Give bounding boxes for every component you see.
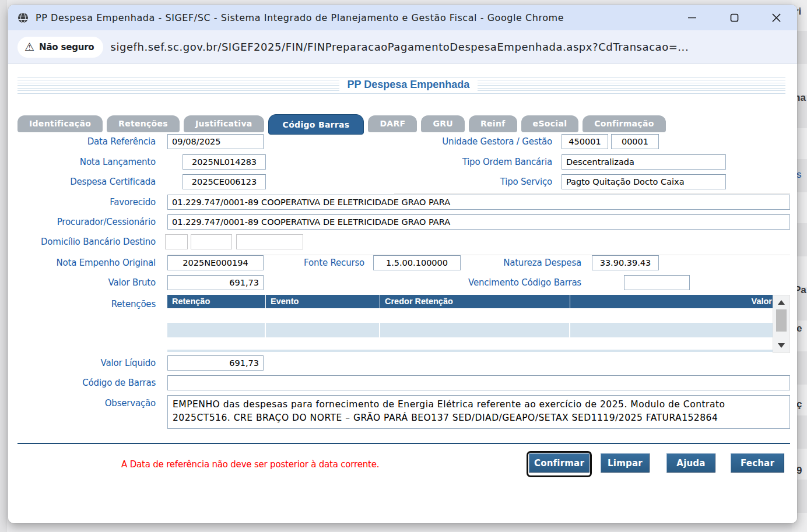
input-valor-bruto[interactable]: 691,73 <box>167 275 264 290</box>
confirmar-button[interactable]: Confirmar <box>529 453 590 473</box>
column-credor-retencao: Credor Retenção <box>380 295 570 308</box>
security-chip-label: Não seguro <box>39 42 94 52</box>
close-button[interactable] <box>755 6 797 29</box>
label-procurador: Procurador/Cessionário <box>8 216 156 228</box>
background-page-left-edge <box>0 0 6 532</box>
label-codigo-de-barras: Código de Barras <box>8 377 156 389</box>
input-nota-lancamento[interactable]: 2025NL014283 <box>183 154 266 170</box>
label-despesa-certificada: Despesa Certificada <box>8 176 156 188</box>
input-vencimento-codigo-barras[interactable] <box>624 275 690 290</box>
scroll-down-arrow[interactable] <box>778 343 785 348</box>
label-observacao: Observação <box>8 397 156 409</box>
tab-gru[interactable]: GRU <box>421 115 465 132</box>
input-tipo-servico[interactable]: Pagto Quitação Docto Caixa <box>562 174 726 189</box>
page-favicon-globe-icon <box>17 12 29 23</box>
column-valor: Valor <box>570 295 773 308</box>
input-gestao[interactable]: 00001 <box>611 134 659 149</box>
section-separator <box>394 193 790 194</box>
limpar-button[interactable]: Limpar <box>601 453 650 473</box>
ajuda-button[interactable]: Ajuda <box>666 453 715 473</box>
background-text-fragment: s <box>797 169 802 181</box>
tab-strip: Identificação Retenções Justificativa Có… <box>17 114 666 132</box>
table-scrollbar[interactable] <box>773 295 790 353</box>
input-despesa-certificada[interactable]: 2025CE006123 <box>183 174 266 189</box>
tab-esocial[interactable]: eSocial <box>521 115 579 132</box>
tab-reinf[interactable]: Reinf <box>469 115 517 132</box>
scroll-up-arrow[interactable] <box>778 300 785 305</box>
window-titlebar[interactable]: PP Despesa Empenhada - SIGEF/SC - Sistem… <box>8 5 797 30</box>
column-retencao: Retenção <box>167 295 266 308</box>
input-domicilio-agencia[interactable] <box>191 234 232 249</box>
label-valor-bruto: Valor Bruto <box>8 277 156 288</box>
label-nota-lancamento: Nota Lançamento <box>8 156 156 168</box>
page-content: PP Despesa Empenhada Identificação Reten… <box>8 64 797 523</box>
table-row <box>167 323 773 337</box>
url-text[interactable]: sigefh.sef.sc.gov.br/SIGEF2025/FIN/FINPr… <box>110 41 689 53</box>
button-row: Confirmar Limpar Ajuda Fechar <box>8 452 791 475</box>
address-bar[interactable]: ⚠ Não seguro sigefh.sef.sc.gov.br/SIGEF2… <box>8 30 797 64</box>
input-tipo-ordem-bancaria[interactable]: Descentralizada <box>562 154 726 170</box>
input-domicilio-banco[interactable] <box>165 234 188 249</box>
background-text-fragment: 9 <box>797 465 802 477</box>
background-text-fragment: ç <box>797 399 802 410</box>
retencoes-table: Retenção Evento Credor Retenção Valor <box>167 295 773 352</box>
tab-retencoes[interactable]: Retenções <box>107 115 180 132</box>
label-vencimento-codigo-barras: Vencimento Código Barras <box>377 277 581 288</box>
label-natureza-despesa: Natureza Despesa <box>445 257 581 269</box>
scrollbar-thumb[interactable] <box>776 309 787 332</box>
input-favorecido[interactable]: 01.229.747/0001-89 COOPERATIVA DE ELETRI… <box>167 195 790 210</box>
background-text-fragment: e <box>797 323 802 334</box>
column-evento: Evento <box>266 295 380 308</box>
retencoes-table-header: Retenção Evento Credor Retenção Valor <box>167 295 773 308</box>
warning-icon: ⚠ <box>24 41 34 52</box>
table-row-partial <box>167 350 773 352</box>
table-row <box>167 308 773 323</box>
minimize-button[interactable] <box>671 6 713 29</box>
label-tipo-ordem-bancaria: Tipo Ordem Bancária <box>377 156 552 168</box>
section-divider <box>17 443 790 444</box>
label-tipo-servico: Tipo Serviço <box>377 176 552 188</box>
popup-window: PP Despesa Empenhada - SIGEF/SC - Sistem… <box>8 5 797 523</box>
input-procurador[interactable]: 01.229.747/0001-89 COOPERATIVA DE ELETRI… <box>167 214 790 230</box>
label-retencoes: Retenções <box>8 298 156 310</box>
input-codigo-de-barras[interactable] <box>167 375 790 390</box>
tab-codigo-barras[interactable]: Código Barras <box>268 114 364 135</box>
fechar-button[interactable]: Fechar <box>731 453 784 473</box>
input-data-referencia[interactable]: 09/08/2025 <box>167 134 264 149</box>
label-data-referencia: Data Referência <box>8 136 156 147</box>
label-valor-liquido: Valor Líquido <box>8 357 156 369</box>
label-fonte-recurso: Fonte Recurso <box>241 257 364 269</box>
input-unidade-gestora[interactable]: 450001 <box>562 134 608 149</box>
label-favorecido: Favorecido <box>8 196 156 208</box>
input-observacao[interactable]: EMPENHO das despesas para fornecimento d… <box>167 395 790 429</box>
page-title: PP Despesa Empenhada <box>339 79 478 91</box>
maximize-button[interactable] <box>713 6 755 29</box>
window-title: PP Despesa Empenhada - SIGEF/SC - Sistem… <box>36 12 564 23</box>
security-chip[interactable]: ⚠ Não seguro <box>17 37 103 58</box>
input-valor-liquido[interactable]: 691,73 <box>167 355 264 371</box>
tab-darf[interactable]: DARF <box>368 115 417 132</box>
label-unidade-gestora: Unidade Gestora / Gestão <box>377 136 552 147</box>
label-nota-empenho: Nota Empenho Original <box>8 257 156 269</box>
tab-justificativa[interactable]: Justificativa <box>184 115 264 132</box>
input-natureza-despesa[interactable]: 33.90.39.43 <box>592 255 659 270</box>
input-domicilio-conta[interactable] <box>236 234 303 249</box>
tab-identificacao[interactable]: Identificação <box>17 115 103 132</box>
tab-confirmacao[interactable]: Confirmação <box>583 115 665 132</box>
label-domicilio-bancario: Domicílio Bancário Destino <box>8 236 156 248</box>
